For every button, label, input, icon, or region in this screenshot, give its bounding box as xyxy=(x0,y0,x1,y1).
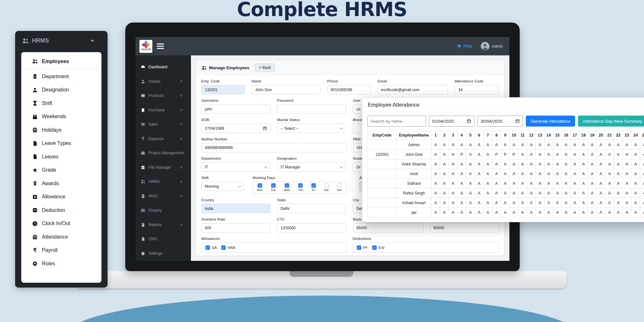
menu-item-weekends[interactable]: Weekends xyxy=(21,110,101,124)
sidebar-item-label: Project Management xyxy=(148,151,184,155)
checkbox-hra[interactable]: ✓ xyxy=(221,245,226,250)
basic-salary-field[interactable]: 65000 xyxy=(353,223,423,232)
menu-item-leave-types[interactable]: Leave Types xyxy=(21,137,101,150)
panel-header[interactable]: HRMS xyxy=(15,31,108,49)
sidebar-item-parties[interactable]: Parties xyxy=(136,74,191,89)
country-field[interactable]: India xyxy=(201,204,270,213)
sidebar-item-misc[interactable]: MISC xyxy=(136,189,191,204)
empcode-cell xyxy=(368,159,397,169)
phone-field[interactable]: 8010265036 xyxy=(327,85,371,94)
emp-code-field[interactable]: 132001 xyxy=(201,85,245,94)
department-select[interactable]: IT xyxy=(201,162,270,172)
hamburger-icon[interactable] xyxy=(157,43,164,49)
generate-attendance-button[interactable]: Generate Attendance xyxy=(526,116,575,127)
checkbox-esi[interactable]: ✓ xyxy=(372,245,377,250)
checkbox-pf[interactable]: ✓ xyxy=(357,245,361,250)
checkbox-thu[interactable]: ✓ xyxy=(298,183,303,188)
file-icon xyxy=(32,141,38,146)
menu-item-allowance[interactable]: Allowance xyxy=(21,190,101,204)
username-field[interactable]: john xyxy=(201,104,270,114)
checkbox-sat[interactable] xyxy=(324,183,329,188)
menu-item-awards[interactable]: Awards xyxy=(21,177,101,190)
menu-item-attendance[interactable]: Attendance xyxy=(21,230,101,244)
state-field[interactable]: Delhi xyxy=(277,204,346,213)
day-wise-summary-button[interactable]: Attendance Day Wise Summary xyxy=(578,116,644,127)
app-logo[interactable]: LOGO NAME xyxy=(139,40,152,53)
attendance-cell: A xyxy=(579,198,588,208)
attendance-cell: A xyxy=(614,150,623,159)
sidebar-item-label: Settings xyxy=(148,251,162,256)
day-label: Mon xyxy=(257,188,263,192)
attendance-cell: A xyxy=(553,159,562,169)
sidebar-item-file-manager[interactable]: File Manager xyxy=(136,160,191,175)
panel-header-label: HRMS xyxy=(32,37,49,44)
aadhar-field[interactable]: 4959993999999 xyxy=(201,143,347,152)
working-day-mon: ✓Mon xyxy=(257,183,263,192)
menu-item-leaves[interactable]: Leaves xyxy=(21,150,101,164)
attendance-row: qwAAAAAAAAAAAAAAAAAAAAAAAAA xyxy=(368,208,644,217)
sidebar-item-expense[interactable]: ₹Expense xyxy=(136,132,191,146)
menu-item-department[interactable]: Department xyxy=(21,70,101,83)
date-from-input[interactable]: 01/04/2025 xyxy=(429,116,474,127)
menu-item-payroll[interactable]: ₹Payroll xyxy=(21,244,101,257)
sidebar-item-hrms[interactable]: HRMS xyxy=(136,175,191,189)
search-input[interactable] xyxy=(367,116,426,127)
attendance-cell: A xyxy=(475,159,484,169)
menu-item-deduction[interactable]: Deduction xyxy=(21,204,101,217)
attendance-cell: A xyxy=(466,198,475,208)
menu-item-clock-in-out[interactable]: Clock In/Out xyxy=(21,217,101,231)
checkbox-mon[interactable]: ✓ xyxy=(258,183,262,188)
sidebar-item-purchase[interactable]: Purchase xyxy=(136,103,191,118)
day-column-header: 21 xyxy=(605,130,614,140)
sidebar-item-cms[interactable]: CMS xyxy=(136,232,191,246)
attendance-cell: A xyxy=(562,169,571,179)
menu-item-holidays[interactable]: Holidays xyxy=(21,123,101,137)
checkbox-fri[interactable]: ✓ xyxy=(311,183,316,188)
password-field[interactable] xyxy=(277,104,346,114)
marital-status-select[interactable]: -- Select -- xyxy=(277,124,346,133)
attendance-table: EmpCode EmployeeName 1234567891011121314… xyxy=(367,130,644,217)
pos-button[interactable]: POS xyxy=(457,44,472,49)
shift-select[interactable]: Morning xyxy=(201,182,244,191)
attendance-cell: A xyxy=(466,150,475,159)
aadhar-label: Aadhar Number xyxy=(201,137,347,141)
sidebar-item-settings[interactable]: Settings xyxy=(136,246,191,261)
menu-item-designation[interactable]: Designation xyxy=(21,83,101,97)
working-day-thu: ✓Thu xyxy=(298,183,303,192)
dob-field[interactable]: 27/04/1989 xyxy=(201,124,270,133)
checkbox-sun[interactable] xyxy=(337,183,342,188)
dob-label: DOB xyxy=(201,118,270,122)
checkbox-da[interactable]: ✓ xyxy=(205,245,210,250)
sidebar-item-dashboard[interactable]: Dashboard xyxy=(136,60,191,74)
attendance-cell: A xyxy=(501,140,510,150)
overtime-field[interactable]: 400 xyxy=(201,223,270,232)
sidebar-item-project-management[interactable]: Project Management xyxy=(136,146,191,160)
date-to-input[interactable]: 30/04/2025 xyxy=(477,116,523,127)
attendance-code-field[interactable]: 34 xyxy=(455,85,499,94)
attendance-cell: A xyxy=(545,169,553,179)
sidebar-item-products[interactable]: Products xyxy=(136,89,191,103)
sidebar-item-reports[interactable]: Reports xyxy=(136,218,191,232)
attendance-cell: A xyxy=(440,140,449,150)
checkbox-wed[interactable]: ✓ xyxy=(285,183,289,188)
salary-field[interactable]: 90000 xyxy=(430,223,499,232)
ctc-label: CTC xyxy=(277,217,346,221)
admin-menu[interactable]: Admin xyxy=(481,42,503,51)
menu-item-roles[interactable]: Roles xyxy=(21,257,101,270)
sidebar-item-enquiry[interactable]: Enquiry xyxy=(136,203,191,218)
email-field[interactable]: esoftcode@gmail.com xyxy=(378,85,448,94)
checkbox-tue[interactable]: ✓ xyxy=(271,183,276,188)
designation-select[interactable]: IT Manager xyxy=(277,162,346,172)
menu-item-shift[interactable]: Shift xyxy=(21,97,101,110)
empcode-cell xyxy=(368,179,397,188)
name-field[interactable]: John Doe xyxy=(252,85,320,94)
ctc-field[interactable]: 1200000 xyxy=(277,223,346,232)
attendance-cell: A xyxy=(631,140,640,150)
sidebar-item-sales[interactable]: Sales xyxy=(136,117,191,132)
menu-item-employees[interactable]: Employees xyxy=(21,54,101,69)
back-button[interactable]: < Back xyxy=(255,63,275,72)
attendance-cell: A xyxy=(545,159,553,169)
menu-item-grade[interactable]: ★Grade xyxy=(21,164,101,177)
attendance-cell: A xyxy=(579,188,588,198)
attendance-cell: P xyxy=(492,150,501,159)
